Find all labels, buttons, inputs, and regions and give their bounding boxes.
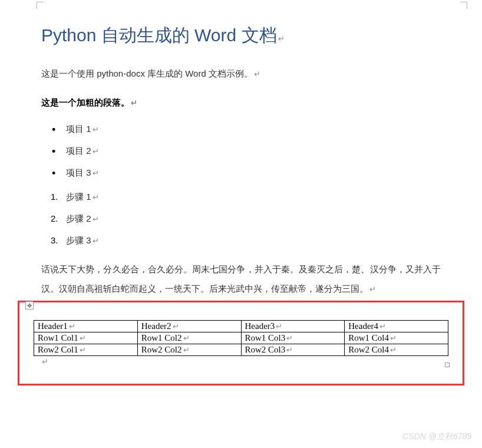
cell-text: Row1 Col3 [245, 333, 286, 342]
table-row: Row1 Col1↵ Row1 Col2↵ Row1 Col3↵ Row1 Co… [34, 332, 448, 344]
table-cell[interactable]: Row2 Col4↵ [345, 344, 448, 356]
paragraph-mark: ↵ [254, 70, 260, 78]
table-cell[interactable]: Row1 Col2↵ [137, 332, 241, 344]
numbered-list: 步骤 1↵ 步骤 2↵ 步骤 3↵ [49, 192, 441, 246]
table-highlight-box: ✥ Header1↵ Header2↵ Header3↵ Header4↵ Ro… [18, 301, 464, 386]
table-cell[interactable]: Row2 Col1↵ [34, 344, 138, 356]
data-table[interactable]: Header1↵ Header2↵ Header3↵ Header4↵ Row1… [34, 320, 448, 356]
table-cell[interactable]: Row1 Col1↵ [34, 332, 138, 344]
table-row: Row2 Col1↵ Row2 Col2↵ Row2 Col3↵ Row2 Co… [34, 344, 448, 356]
list-item[interactable]: 项目 3↵ [49, 167, 441, 179]
cell-text: Row2 Col4 [348, 345, 389, 354]
bullet-text: 项目 1 [66, 124, 91, 134]
paragraph-mark: ↵ [69, 322, 75, 331]
intro-paragraph[interactable]: 这是一个使用 python-docx 库生成的 Word 文档示例。↵ [41, 67, 441, 81]
table-cell[interactable]: Row2 Col3↵ [241, 344, 345, 356]
intro-text: 这是一个使用 python-docx 库生成的 Word 文档示例。 [41, 68, 253, 78]
paragraph-mark: ↵ [286, 334, 293, 342]
document-title[interactable]: Python 自动生成的 Word 文档↵ [41, 24, 441, 48]
step-text: 步骤 2 [66, 213, 91, 223]
cell-text: Row2 Col1 [38, 345, 78, 354]
paragraph-mark: ↵ [93, 169, 99, 177]
paragraph-mark: ↵ [80, 334, 86, 342]
paragraph-mark: ↵ [369, 285, 376, 294]
table-row: Header1↵ Header2↵ Header3↵ Header4↵ [34, 321, 448, 332]
bold-text: 这是一个加粗的段落。 [41, 97, 130, 107]
paragraph-mark: ↵ [131, 98, 137, 107]
cell-text: Row1 Col2 [141, 333, 182, 342]
page-margin-corner-right [460, 2, 467, 9]
cell-text: Header2 [141, 321, 171, 331]
long-text: 话说天下大势，分久必合，合久必分。周末七国分争，并入于秦。及秦灭之后，楚、汉分争… [41, 264, 441, 294]
cell-text: Header3 [245, 321, 275, 331]
paragraph-mark: ↵ [42, 357, 448, 366]
cell-text: Header1 [38, 321, 68, 331]
table-move-handle-icon[interactable]: ✥ [25, 301, 34, 309]
list-item[interactable]: 项目 1↵ [49, 124, 441, 135]
step-text: 步骤 1 [66, 192, 91, 202]
table-cell[interactable]: Row1 Col3↵ [241, 332, 345, 344]
cell-text: Row1 Col4 [348, 333, 389, 342]
document-content: Python 自动生成的 Word 文档↵ 这是一个使用 python-docx… [0, 0, 482, 397]
table-cell[interactable]: Header4↵ [345, 321, 448, 332]
paragraph-mark: ↵ [93, 147, 99, 156]
list-item[interactable]: 步骤 2↵ [49, 213, 441, 225]
paragraph-mark: ↵ [93, 236, 99, 245]
paragraph-mark: ↵ [390, 334, 397, 342]
paragraph-mark: ↵ [93, 193, 99, 202]
cell-text: Row2 Col2 [141, 345, 182, 354]
table-cell[interactable]: Row2 Col2↵ [137, 344, 241, 356]
list-item[interactable]: 步骤 3↵ [49, 235, 441, 246]
bold-paragraph[interactable]: 这是一个加粗的段落。↵ [41, 97, 441, 108]
paragraph-mark: ↵ [278, 34, 285, 43]
paragraph-mark: ↵ [390, 345, 397, 354]
list-item[interactable]: 项目 2↵ [49, 146, 441, 157]
long-paragraph[interactable]: 话说天下大势，分久必合，合久必分。周末七国分争，并入于秦。及秦灭之后，楚、汉分争… [41, 259, 441, 298]
paragraph-mark: ↵ [379, 322, 386, 331]
bullet-text: 项目 3 [66, 167, 91, 177]
move-glyph: ✥ [27, 302, 32, 309]
watermark-text: CSDN @立秋6789 [402, 431, 471, 442]
cell-text: Row1 Col1 [38, 333, 78, 342]
cell-text: Header4 [348, 321, 378, 331]
title-text: Python 自动生成的 Word 文档 [41, 25, 277, 45]
table-cell[interactable]: Header3↵ [241, 321, 345, 332]
paragraph-mark: ↵ [93, 125, 99, 134]
page-margin-corner-left [37, 2, 44, 9]
paragraph-mark: ↵ [276, 322, 282, 331]
table-cell[interactable]: Row1 Col4↵ [345, 332, 448, 344]
paragraph-mark: ↵ [286, 345, 293, 354]
paragraph-mark: ↵ [93, 215, 99, 223]
table-resize-handle-icon[interactable] [445, 363, 450, 367]
cell-text: Row2 Col3 [245, 345, 286, 354]
bullet-text: 项目 2 [66, 146, 91, 156]
list-item[interactable]: 步骤 1↵ [49, 192, 441, 203]
paragraph-mark: ↵ [173, 322, 179, 331]
table-cell[interactable]: Header2↵ [137, 321, 241, 332]
paragraph-mark: ↵ [183, 345, 190, 354]
paragraph-mark: ↵ [80, 345, 86, 354]
paragraph-mark: ↵ [183, 334, 190, 342]
table-cell[interactable]: Header1↵ [34, 321, 138, 332]
step-text: 步骤 3 [66, 235, 91, 245]
bullet-list: 项目 1↵ 项目 2↵ 项目 3↵ [49, 124, 441, 179]
